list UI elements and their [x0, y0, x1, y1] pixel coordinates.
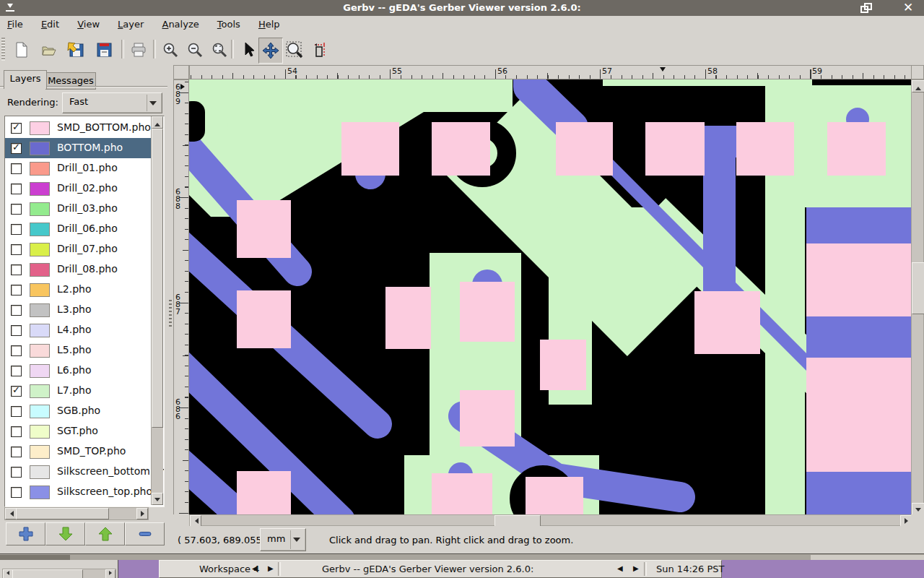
pan-tool-button[interactable]: [258, 38, 283, 64]
units-select[interactable]: mm: [260, 528, 306, 551]
layer-color-swatch[interactable]: [30, 223, 50, 236]
layer-row[interactable]: L3.pho: [5, 300, 151, 320]
layer-color-swatch[interactable]: [30, 324, 50, 337]
layer-visibility-checkbox[interactable]: ✓: [11, 386, 22, 397]
layer-color-swatch[interactable]: [30, 121, 50, 135]
layer-row[interactable]: L4.pho: [5, 320, 151, 340]
layer-list-hscrollbar[interactable]: [4, 507, 149, 520]
layer-row[interactable]: ✓BOTTOM.pho: [5, 138, 151, 158]
layer-visibility-checkbox[interactable]: [11, 345, 22, 356]
zoom-fit-button[interactable]: [208, 38, 231, 62]
layer-color-swatch[interactable]: [30, 364, 50, 378]
zoom-out-button[interactable]: [183, 38, 206, 62]
pcb-canvas[interactable]: [189, 79, 911, 514]
revert-file-button[interactable]: [65, 38, 88, 62]
scroll-down-icon[interactable]: [152, 493, 163, 505]
layer-color-swatch[interactable]: [30, 384, 50, 398]
layer-visibility-checkbox[interactable]: [11, 305, 22, 316]
toolbar-grip[interactable]: [1, 38, 5, 61]
hscrollbar-thumb[interactable]: [16, 508, 109, 519]
window-prev-icon[interactable]: ◀: [617, 564, 623, 572]
scroll-right-icon[interactable]: [900, 515, 912, 527]
layer-color-swatch[interactable]: [30, 344, 50, 358]
layer-row[interactable]: L2.pho: [5, 280, 151, 300]
layer-row[interactable]: L5.pho: [5, 340, 151, 361]
layer-row[interactable]: Drill_02.pho: [5, 178, 151, 199]
menu-file[interactable]: File: [1, 16, 30, 35]
layer-row[interactable]: Drill_06.pho: [5, 219, 151, 239]
rendering-select[interactable]: Fast: [62, 92, 162, 113]
menu-help[interactable]: Help: [252, 16, 287, 35]
layer-color-swatch[interactable]: [30, 182, 50, 196]
workspace-label[interactable]: Workspace 4: [199, 564, 259, 574]
vscrollbar-thumb[interactable]: [152, 129, 163, 428]
layer-row[interactable]: ✓SMD_BOTTOM.pho: [5, 118, 151, 138]
remove-layer-button[interactable]: [125, 522, 165, 545]
layer-color-swatch[interactable]: [30, 142, 50, 155]
layer-row[interactable]: Drill_03.pho: [5, 199, 151, 219]
scroll-left-icon[interactable]: [3, 569, 13, 578]
canvas-vscrollbar[interactable]: [911, 79, 924, 514]
measure-tool-button[interactable]: [309, 38, 332, 62]
workspace-next-icon[interactable]: ▶: [268, 564, 274, 572]
layer-row[interactable]: SGB.pho: [5, 401, 151, 421]
scroll-right-icon[interactable]: [105, 569, 116, 578]
menu-tools[interactable]: Tools: [211, 16, 247, 35]
layer-color-swatch[interactable]: [30, 465, 50, 479]
layer-color-swatch[interactable]: [30, 445, 50, 459]
move-layer-down-button[interactable]: [45, 522, 85, 545]
taskbar-window-button[interactable]: Gerbv -- gEDA's Gerber Viewer version 2.…: [322, 564, 533, 574]
layer-visibility-checkbox[interactable]: [11, 244, 22, 255]
scrollbar-thumb[interactable]: [12, 569, 83, 578]
layer-row[interactable]: L6.pho: [5, 361, 151, 381]
menu-view[interactable]: View: [71, 16, 106, 35]
zoom-in-button[interactable]: [159, 38, 182, 62]
layer-color-swatch[interactable]: [30, 405, 50, 418]
chevron-down-icon[interactable]: [147, 95, 160, 111]
layer-visibility-checkbox[interactable]: [11, 467, 22, 478]
pane-divider[interactable]: [167, 65, 173, 553]
chevron-down-icon[interactable]: [290, 530, 304, 549]
restore-icon[interactable]: [860, 3, 872, 13]
window-next-icon[interactable]: ▶: [633, 564, 639, 572]
canvas-hscrollbar[interactable]: [189, 514, 911, 526]
menu-edit[interactable]: Edit: [35, 16, 66, 35]
canvas-hscrollbar-thumb[interactable]: [494, 515, 541, 527]
pointer-tool-button[interactable]: [237, 38, 260, 62]
workspace-prev-icon[interactable]: ◀: [252, 564, 258, 572]
layer-visibility-checkbox[interactable]: [11, 487, 22, 498]
save-file-button[interactable]: [92, 38, 116, 62]
layer-visibility-checkbox[interactable]: ✓: [11, 123, 22, 134]
layer-row[interactable]: Silkscreen_bottom.pho: [5, 462, 151, 482]
scroll-right-icon[interactable]: [136, 508, 148, 519]
scroll-down-icon[interactable]: [912, 503, 924, 515]
layer-color-swatch[interactable]: [30, 425, 50, 439]
canvas-vscrollbar-thumb[interactable]: [912, 262, 924, 314]
layer-visibility-checkbox[interactable]: [11, 163, 22, 174]
print-button[interactable]: [127, 38, 150, 62]
tab-layers[interactable]: Layers: [4, 70, 47, 89]
layer-color-swatch[interactable]: [30, 202, 50, 216]
menu-layer[interactable]: Layer: [111, 16, 150, 35]
layer-visibility-checkbox[interactable]: [11, 184, 22, 194]
layer-color-swatch[interactable]: [30, 486, 50, 499]
layer-visibility-checkbox[interactable]: [11, 406, 22, 417]
layer-row[interactable]: SGT.pho: [5, 421, 151, 441]
add-layer-button[interactable]: [6, 522, 45, 545]
layer-row[interactable]: Drill_01.pho: [5, 158, 151, 178]
layer-row[interactable]: SMD_TOP.pho: [5, 441, 151, 462]
new-file-button[interactable]: [10, 38, 33, 62]
scroll-up-icon[interactable]: [912, 80, 924, 92]
layer-visibility-checkbox[interactable]: [11, 264, 22, 275]
zoom-tool-button[interactable]: [283, 38, 306, 62]
layer-list-vscrollbar[interactable]: [151, 116, 163, 505]
move-layer-up-button[interactable]: [85, 522, 125, 545]
layer-visibility-checkbox[interactable]: [11, 366, 22, 376]
menu-analyze[interactable]: Analyze: [155, 16, 205, 35]
layer-color-swatch[interactable]: [30, 303, 50, 317]
layer-row[interactable]: Drill_08.pho: [5, 259, 151, 280]
layer-visibility-checkbox[interactable]: [11, 447, 22, 457]
window-titlebar[interactable]: Gerbv -- gEDA's Gerber Viewer version 2.…: [0, 0, 924, 16]
layer-color-swatch[interactable]: [30, 162, 50, 176]
scroll-left-icon[interactable]: [190, 515, 201, 527]
